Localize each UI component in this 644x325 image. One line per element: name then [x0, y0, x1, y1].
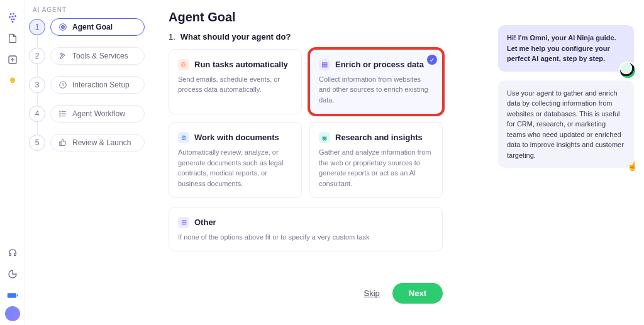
step-agent-goal[interactable]: 1 Agent Goal — [29, 18, 145, 36]
card-title: Research and insights — [335, 133, 423, 142]
step-tools-services[interactable]: 2 Tools & Services — [29, 47, 145, 65]
logo-icon[interactable] — [6, 10, 19, 24]
step-number: 3 — [29, 77, 45, 93]
svg-point-3 — [11, 16, 13, 18]
assistant-info-bubble: Use your agent to gather and enrich data… — [498, 80, 634, 168]
page-title: Agent Goal — [169, 10, 491, 25]
assistant-intro-bubble: Hi! I'm Ωmni, your AI Ninja guide. Let m… — [498, 25, 634, 72]
option-run-tasks[interactable]: ◎Run tasks automatically Send emails, sc… — [169, 49, 302, 114]
option-other[interactable]: ⊞Other If none of the options above fit … — [169, 207, 443, 251]
main-content: Agent Goal 1.What should your agent do? … — [151, 0, 498, 325]
card-description: Gather and analyze information from the … — [319, 147, 433, 189]
step-number: 1 — [29, 19, 45, 35]
lightbulb-icon[interactable] — [6, 74, 19, 88]
svg-point-20 — [60, 111, 60, 112]
plus-grid-icon: ⊞ — [178, 217, 189, 228]
svg-point-22 — [60, 116, 60, 116]
headset-icon[interactable] — [6, 246, 19, 260]
svg-rect-12 — [16, 295, 18, 297]
step-interaction-setup[interactable]: 3 Interaction Setup — [29, 76, 145, 94]
step-label: Review & Launch — [72, 138, 131, 147]
step-label: Agent Goal — [72, 23, 113, 31]
assistant-info-text: Use your agent to gather and enrich data… — [507, 89, 624, 159]
assistant-intro-text: Hi! I'm Ωmni, your AI Ninja guide. Let m… — [507, 34, 616, 62]
svg-point-1 — [13, 13, 14, 14]
card-title: Other — [194, 218, 216, 227]
step-number: 4 — [29, 106, 45, 122]
step-label: Agent Workflow — [72, 109, 125, 118]
clock-icon — [58, 80, 67, 89]
svg-point-7 — [11, 21, 13, 23]
thumbs-up-icon — [58, 138, 67, 147]
brand-label: AI AGENT — [33, 6, 145, 13]
ninja-avatar-icon — [619, 62, 636, 79]
question-number: 1. — [169, 32, 175, 41]
step-label: Interaction Setup — [72, 80, 130, 89]
battery-icon[interactable] — [6, 289, 19, 302]
next-button[interactable]: Next — [392, 283, 443, 304]
svg-point-6 — [13, 18, 14, 20]
card-description: Collect information from websites and ot… — [319, 74, 433, 106]
question-text: What should your agent do? — [180, 32, 291, 41]
document-icon[interactable] — [6, 31, 19, 45]
svg-point-0 — [9, 13, 11, 15]
step-number: 2 — [29, 48, 45, 64]
svg-rect-11 — [7, 293, 16, 298]
skip-link[interactable]: Skip — [364, 289, 380, 298]
database-icon: ▦ — [319, 59, 330, 70]
step-label: Tools & Services — [72, 52, 128, 60]
app-rail — [0, 0, 25, 325]
wizard-actions: Skip Next — [169, 283, 443, 304]
globe-icon: ◉ — [319, 132, 330, 143]
card-description: Send emails, schedule events, or process… — [178, 74, 292, 95]
svg-point-15 — [62, 26, 63, 27]
selected-check-icon: ✓ — [427, 55, 437, 65]
assistant-panel: Hi! I'm Ωmni, your AI Ninja guide. Let m… — [498, 0, 644, 325]
option-research-insights[interactable]: ◉Research and insights Gather and analyz… — [309, 122, 443, 198]
card-description: Automatically review, analyze, or genera… — [178, 147, 292, 189]
option-enrich-data[interactable]: ▦Enrich or process data Collect informat… — [309, 49, 443, 114]
card-description: If none of the options above fit or to s… — [178, 232, 433, 243]
step-number: 5 — [29, 135, 45, 151]
target-icon — [58, 23, 67, 31]
svg-point-4 — [14, 15, 16, 17]
step-agent-workflow[interactable]: 4 Agent Workflow — [29, 105, 145, 123]
add-box-icon[interactable] — [6, 53, 19, 67]
steps-sidebar: AI AGENT 1 Agent Goal 2 Tools & Services… — [25, 0, 151, 325]
document-icon: 🗎 — [178, 132, 189, 143]
svg-point-21 — [60, 113, 60, 114]
card-title: Enrich or process data — [335, 60, 424, 69]
card-title: Work with documents — [194, 133, 279, 142]
option-work-documents[interactable]: 🗎Work with documents Automatically revie… — [169, 122, 302, 198]
pointing-hand-icon: ☝ — [627, 160, 638, 173]
pie-icon[interactable] — [6, 267, 19, 281]
tools-icon — [58, 52, 67, 60]
robot-icon: ◎ — [178, 59, 189, 70]
steps-list: 1 Agent Goal 2 Tools & Services 3 Intera… — [29, 18, 145, 151]
step-review-launch[interactable]: 5 Review & Launch — [29, 134, 145, 151]
card-title: Run tasks automatically — [194, 60, 288, 69]
svg-point-5 — [11, 18, 13, 20]
user-avatar[interactable] — [5, 306, 20, 321]
list-icon — [58, 109, 67, 118]
svg-point-2 — [9, 16, 11, 18]
question-heading: 1.What should your agent do? — [169, 32, 491, 41]
